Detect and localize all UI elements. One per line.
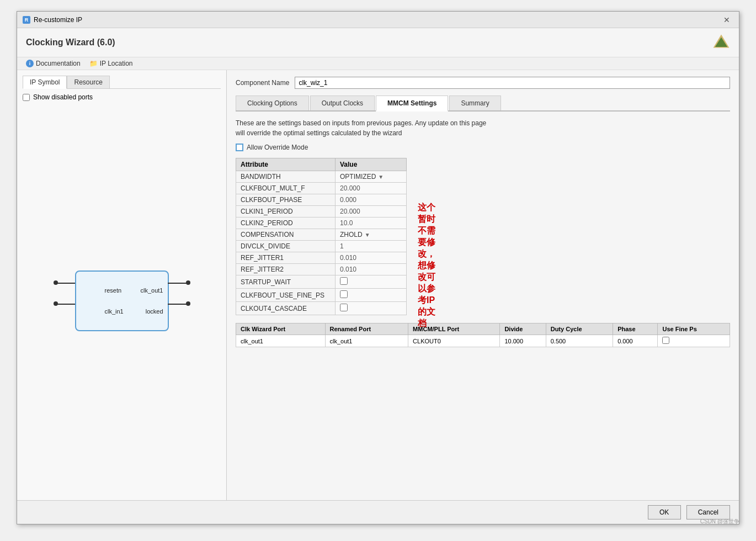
wire-resetn: [56, 283, 75, 284]
app-icon: R: [23, 16, 30, 24]
attr-name-cell: COMPENSATION: [236, 229, 336, 241]
info-icon: i: [26, 60, 34, 67]
port-col-header: Use Fine Ps: [658, 323, 730, 335]
attr-name-cell: CLKIN2_PERIOD: [236, 218, 336, 229]
attr-value-cell: 10.0: [336, 218, 407, 229]
folder-icon: 📁: [89, 60, 98, 67]
override-row: Allow Override Mode: [236, 144, 730, 151]
attr-table-row: CLKFBOUT_MULT_F20.000: [236, 183, 407, 194]
attr-table-row: CLKFBOUT_USE_FINE_PS: [236, 289, 407, 302]
attr-value-cell: 20.000: [336, 206, 407, 218]
show-disabled-row: Show disabled ports: [23, 93, 221, 101]
attr-table-row: BANDWIDTHOPTIMIZED▼: [236, 171, 407, 183]
port-label-locked: locked: [146, 308, 163, 315]
attr-name-cell: REF_JITTER1: [236, 252, 336, 264]
ip-location-item[interactable]: 📁 IP Location: [89, 60, 133, 67]
port-cell: [658, 335, 730, 347]
wire-locked: [168, 304, 188, 305]
tab-output-clocks[interactable]: Output Clocks: [310, 96, 375, 110]
show-disabled-label: Show disabled ports: [33, 93, 93, 101]
attr-value-cell[interactable]: [336, 289, 407, 302]
port-cell: 0.500: [546, 335, 613, 347]
documentation-item[interactable]: i Documentation: [26, 60, 81, 67]
port-col-header: Duty Cycle: [546, 323, 613, 335]
settings-description: These are the settings based on inputs f…: [236, 118, 730, 138]
app-title: Clocking Wizard (6.0): [26, 38, 115, 47]
port-cell: clk_out1: [325, 335, 408, 347]
port-col-header: Divide: [500, 323, 546, 335]
ip-symbol-diagram: resetn clk_in1 clk_out1 locked: [50, 262, 194, 340]
symbol-area: resetn clk_in1 clk_out1 locked: [23, 107, 221, 495]
attr-name-cell: BANDWIDTH: [236, 171, 336, 183]
main-window: R Re-customize IP ✕ Clocking Wizard (6.0…: [17, 11, 739, 524]
main-tabs-bar: Clocking Options Output Clocks MMCM Sett…: [236, 96, 730, 112]
component-name-input[interactable]: [295, 77, 730, 89]
annotation-text: 这个暂时不需要修改，想修改可以参考IP 的文档: [418, 202, 435, 330]
port-cell: 0.000: [613, 335, 658, 347]
attr-name-cell: REF_JITTER2: [236, 264, 336, 275]
symbol-box: resetn clk_in1 clk_out1 locked: [75, 270, 169, 331]
attr-col-header: Attribute: [236, 158, 336, 171]
attribute-table: Attribute Value BANDWIDTHOPTIMIZED▼CLKFB…: [236, 158, 407, 315]
port-table: Clk Wizard PortRenamed PortMMCM/PLL Port…: [236, 323, 730, 347]
port-cell: 10.000: [500, 335, 546, 347]
attr-value-cell: 0.010: [336, 252, 407, 264]
attr-checkbox[interactable]: [340, 304, 348, 311]
tab-summary[interactable]: Summary: [449, 96, 501, 110]
documentation-label: Documentation: [36, 60, 81, 67]
port-cell: CLKOUT0: [408, 335, 500, 347]
watermark: CSDN @张世争: [700, 518, 739, 526]
tab-ip-symbol[interactable]: IP Symbol: [23, 76, 67, 89]
attr-table-row: CLKOUT4_CASCADE: [236, 302, 407, 315]
right-panel: Component Name Clocking Options Output C…: [227, 70, 739, 500]
attr-name-cell: STARTUP_WAIT: [236, 275, 336, 289]
attr-value-cell: 20.000: [336, 183, 407, 194]
dot-clkin1: [54, 301, 58, 306]
tab-clocking-options[interactable]: Clocking Options: [236, 96, 309, 110]
attr-value-cell[interactable]: [336, 275, 407, 289]
attr-table-row: CLKIN2_PERIOD10.0: [236, 218, 407, 229]
attr-value-cell[interactable]: [336, 302, 407, 315]
attr-table-row: REF_JITTER10.010: [236, 252, 407, 264]
show-disabled-checkbox[interactable]: [23, 94, 30, 101]
dot-locked: [186, 301, 190, 306]
port-label-clkout1: clk_out1: [141, 287, 163, 294]
attr-value-cell: 0.000: [336, 194, 407, 206]
attr-checkbox[interactable]: [340, 290, 348, 298]
xilinx-logo-icon: [712, 34, 730, 51]
override-label: Allow Override Mode: [247, 144, 308, 151]
attr-name-cell: CLKFBOUT_MULT_F: [236, 183, 336, 194]
port-col-header: Clk Wizard Port: [236, 323, 326, 335]
dot-clkout1: [186, 280, 190, 285]
content-area: Attribute Value BANDWIDTHOPTIMIZED▼CLKFB…: [236, 158, 730, 323]
attr-table-row: COMPENSATIONZHOLD▼: [236, 229, 407, 241]
value-col-header: Value: [336, 158, 407, 171]
app-header: Clocking Wizard (6.0): [17, 28, 739, 57]
attr-value-cell: 0.010: [336, 264, 407, 275]
port-col-header: Renamed Port: [325, 323, 408, 335]
attr-value-cell: 1: [336, 241, 407, 252]
port-label-resetn: resetn: [105, 287, 122, 294]
ok-button[interactable]: OK: [648, 505, 681, 519]
title-bar: R Re-customize IP ✕: [17, 12, 739, 28]
attr-checkbox[interactable]: [340, 277, 348, 285]
override-checkbox[interactable]: [236, 144, 243, 151]
component-name-label: Component Name: [236, 79, 289, 87]
close-button[interactable]: ✕: [720, 14, 733, 25]
window-title: Re-customize IP: [34, 16, 82, 24]
attr-name-cell: CLKIN1_PERIOD: [236, 206, 336, 218]
attr-table-row: STARTUP_WAIT: [236, 275, 407, 289]
port-fine-ps-checkbox[interactable]: [662, 337, 669, 344]
attr-table-row: CLKIN1_PERIOD20.000: [236, 206, 407, 218]
attr-table-row: DIVCLK_DIVIDE1: [236, 241, 407, 252]
tab-mmcm-settings[interactable]: MMCM Settings: [376, 96, 448, 112]
location-label: IP Location: [100, 60, 133, 67]
attr-table-row: REF_JITTER20.010: [236, 264, 407, 275]
component-name-row: Component Name: [236, 77, 730, 89]
attr-value-cell[interactable]: ZHOLD▼: [336, 229, 407, 241]
title-bar-left: R Re-customize IP: [23, 16, 82, 24]
dot-resetn: [54, 280, 58, 285]
attr-value-cell[interactable]: OPTIMIZED▼: [336, 171, 407, 183]
left-tabs: IP Symbol Resource: [23, 76, 221, 89]
tab-resource[interactable]: Resource: [67, 76, 109, 88]
